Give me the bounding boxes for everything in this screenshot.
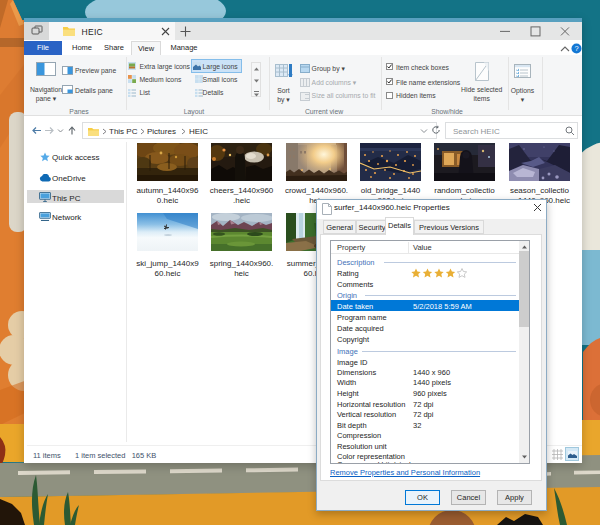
svg-text:?: ? [574, 44, 578, 53]
